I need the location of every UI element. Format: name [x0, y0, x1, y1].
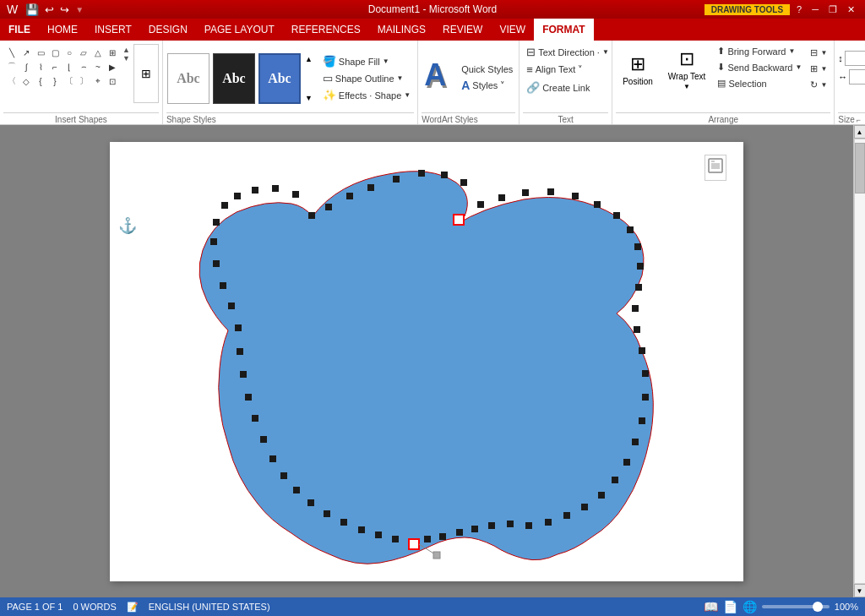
tab-insert[interactable]: INSERT	[86, 19, 140, 41]
styles-scroll-up[interactable]: ▲	[305, 55, 313, 63]
group-arrow[interactable]: ▼	[820, 65, 827, 73]
rotate-arrow[interactable]: ▼	[820, 81, 827, 89]
scroll-track[interactable]	[854, 139, 866, 584]
web-layout-btn[interactable]: 🌐	[743, 600, 757, 613]
tab-file[interactable]: FILE	[0, 19, 39, 41]
svg-rect-51	[307, 499, 314, 506]
save-btn[interactable]: 💾	[24, 3, 41, 16]
rotate-btn[interactable]: ↻ ▼	[807, 78, 830, 92]
help-btn[interactable]: ?	[793, 4, 805, 14]
styles-scroll-down[interactable]: ▼	[305, 94, 313, 102]
tab-page-layout[interactable]: PAGE LAYOUT	[196, 19, 283, 41]
style-swatch-white[interactable]: Abc	[167, 53, 209, 104]
shape-line[interactable]: ╲	[5, 46, 19, 59]
shape-parallelogram[interactable]: ▱	[77, 46, 90, 59]
arrange-label: Arrange	[616, 112, 830, 124]
zoom-thumb[interactable]	[813, 602, 823, 612]
text-direction-arrow[interactable]: ▼	[602, 48, 609, 56]
create-link-btn[interactable]: 🔗 Create Link	[523, 79, 593, 95]
shape-outline-arrow[interactable]: ▼	[397, 74, 404, 82]
selection-pane-btn[interactable]: ▤ Selection	[714, 76, 805, 90]
shape-scroll-right[interactable]: ▶	[106, 60, 119, 74]
size-expand[interactable]: ⌐	[857, 116, 861, 124]
shape-curve[interactable]: ⌒	[5, 60, 19, 74]
svg-rect-39	[471, 526, 478, 532]
shape-brace[interactable]: {	[34, 74, 47, 88]
wrap-text-arrow[interactable]: ▼	[683, 83, 690, 90]
text-direction-icon: ⊟	[526, 46, 536, 58]
shape-curly-right[interactable]: 〕	[77, 74, 90, 88]
shape-double-bracket[interactable]: ⌊	[63, 60, 76, 74]
shape-more[interactable]: ⊞	[106, 46, 119, 59]
shapes-scroll-up[interactable]: ▲	[122, 46, 130, 54]
layout-options-icon[interactable]	[705, 155, 726, 181]
shape-outline-btn[interactable]: ▭ Shape Outline ▼	[319, 70, 414, 86]
align-text-btn[interactable]: ≡ Align Text ˅	[523, 62, 586, 78]
group-btn[interactable]: ⊞ ▼	[807, 62, 830, 76]
bring-forward-btn[interactable]: ⬆ Bring Forward ▼	[714, 44, 805, 58]
height-input[interactable]	[845, 51, 865, 66]
shape-chevron[interactable]: 〈	[5, 74, 19, 88]
style-swatch-black[interactable]: Abc	[213, 53, 255, 104]
shape-bracket[interactable]: ⌐	[48, 60, 62, 74]
scroll-up-btn[interactable]: ▲	[854, 125, 866, 139]
shape-diamond[interactable]: ◇	[19, 74, 33, 88]
shape-arc[interactable]: ⌢	[77, 60, 90, 74]
send-backward-btn[interactable]: ⬇ Send Backward ▼	[714, 60, 805, 74]
styles-btn[interactable]: A Styles ˅	[458, 77, 516, 94]
vertical-scrollbar[interactable]: ▲ ▼	[853, 125, 865, 597]
position-btn[interactable]: ⊞ Position	[616, 44, 660, 95]
tab-review[interactable]: REVIEW	[434, 19, 491, 41]
shape-container[interactable]	[144, 157, 659, 571]
align-arrow[interactable]: ▼	[820, 49, 827, 57]
shape-curly[interactable]: 〔	[63, 74, 76, 88]
read-mode-btn[interactable]: 📖	[704, 600, 718, 613]
shapes-scroll-down[interactable]: ▼	[122, 54, 130, 63]
shape-rounded-rect[interactable]: ▢	[48, 46, 62, 59]
edit-shape-btn[interactable]: ⊞	[133, 44, 159, 103]
redo-btn[interactable]: ↪	[58, 3, 71, 16]
shape-effects-btn[interactable]: ✨ Effects · Shape ▼	[319, 87, 414, 103]
shape-brace-right[interactable]: }	[48, 74, 62, 88]
scroll-thumb[interactable]	[855, 143, 865, 194]
text-direction-btn[interactable]: ⊟ Text Direction · ▼	[523, 44, 612, 60]
shape-rect[interactable]: ▭	[34, 46, 47, 59]
tab-references[interactable]: REFERENCES	[283, 19, 369, 41]
minimize-btn[interactable]: ─	[808, 4, 822, 14]
shape-oval[interactable]: ○	[63, 46, 76, 59]
bring-forward-arrow[interactable]: ▼	[788, 47, 795, 55]
align-btn[interactable]: ⊟ ▼	[807, 46, 830, 60]
svg-rect-48	[358, 526, 365, 533]
tab-format[interactable]: FORMAT	[534, 19, 593, 41]
shape-freeform[interactable]: ∫	[19, 60, 33, 74]
undo-btn[interactable]: ↩	[43, 3, 56, 16]
tab-mailings[interactable]: MAILINGS	[369, 19, 434, 41]
restore-btn[interactable]: ❐	[825, 4, 841, 15]
shape-fill-arrow[interactable]: ▼	[383, 57, 389, 65]
wrap-text-btn[interactable]: ⊡ Wrap Text ▼	[661, 44, 713, 95]
quick-styles-btn[interactable]: Quick Styles	[458, 63, 516, 76]
shape-wave[interactable]: ~	[91, 60, 105, 74]
send-backward-arrow[interactable]: ▼	[795, 63, 802, 71]
zoom-slider[interactable]	[762, 605, 830, 608]
style-swatch-blue[interactable]: Abc	[258, 53, 301, 104]
customize-qa[interactable]: ▼	[75, 5, 84, 14]
word-icon: W	[7, 3, 18, 16]
shape-extra[interactable]: ⊡	[106, 74, 119, 88]
scroll-down-btn[interactable]: ▼	[854, 584, 866, 597]
tab-view[interactable]: VIEW	[491, 19, 534, 41]
shape-zigzag[interactable]: ⌇	[34, 60, 47, 74]
tab-design[interactable]: DESIGN	[140, 19, 196, 41]
shape-arrow[interactable]: ↗	[19, 46, 33, 59]
shape-misc[interactable]: ⌖	[91, 74, 105, 88]
proofing-icon[interactable]: 📝	[127, 602, 139, 613]
print-layout-btn[interactable]: 📄	[723, 600, 737, 613]
close-btn[interactable]: ✕	[844, 4, 858, 15]
shape-triangle[interactable]: △	[91, 46, 105, 59]
width-input[interactable]	[849, 69, 865, 84]
doc-canvas[interactable]: ⚓	[0, 125, 853, 597]
tab-home[interactable]: HOME	[39, 19, 86, 41]
svg-rect-7	[393, 176, 400, 183]
shape-fill-btn[interactable]: 🪣 Shape Fill ▼	[319, 53, 414, 69]
shape-effects-arrow[interactable]: ▼	[404, 91, 411, 99]
